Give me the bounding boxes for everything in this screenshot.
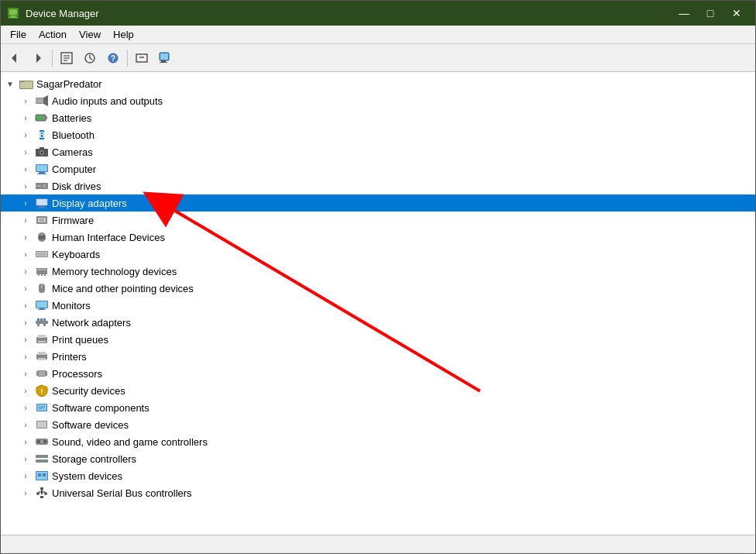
tree-item[interactable]: ›Firmware [1,212,755,229]
toolbar-sep-2 [127,50,128,67]
tree-item[interactable]: ›Batteries [1,109,755,126]
tree-item[interactable]: ›Universal Serial Bus controllers [1,484,755,501]
item-icon [35,366,49,380]
svg-marker-4 [12,53,16,63]
tree-item[interactable]: ›Monitors [1,297,755,314]
item-icon [35,230,49,244]
back-button[interactable] [4,47,26,69]
tree-item[interactable]: ›Human Interface Devices [1,229,755,246]
svg-line-12 [90,58,92,60]
expand-icon[interactable]: › [19,401,32,414]
expand-icon[interactable]: › [19,180,32,192]
expand-icon[interactable]: › [19,129,32,141]
tree-item[interactable]: ›Sound, video and game controllers [1,433,755,450]
item-icon [35,281,49,295]
tree-item[interactable]: ›BBluetooth [1,126,755,143]
expand-icon[interactable]: › [19,316,32,329]
expand-icon[interactable]: › [19,452,32,465]
menu-help[interactable]: Help [107,27,140,42]
tree-item[interactable]: ›Disk drives [1,177,755,194]
tree-item[interactable]: ›Audio inputs and outputs [1,92,755,109]
item-label: Memory technology devices [52,266,177,277]
expand-icon[interactable]: › [19,146,32,158]
scan-button[interactable] [154,47,176,69]
root-expand-icon[interactable]: ▼ [4,77,16,90]
svg-rect-3 [9,17,17,18]
item-icon [35,435,49,449]
tree-item[interactable]: ›Computer [1,160,755,177]
tree-item[interactable]: ›System devices [1,467,755,484]
tree-item[interactable]: ›Network adapters [1,314,755,331]
svg-rect-78 [38,341,46,342]
tree-item[interactable]: ›Memory technology devices [1,263,755,280]
expand-icon[interactable]: › [19,333,32,346]
expand-icon[interactable]: › [19,265,32,277]
tree-root[interactable]: ▼ SagarPredator [1,75,755,92]
tree-item[interactable]: ›Software components [1,399,755,416]
expand-icon[interactable]: › [19,95,32,107]
svg-rect-108 [43,473,46,477]
item-label: Sound, video and game controllers [52,436,208,448]
root-icon [19,77,33,91]
item-label: Bluetooth [52,129,94,141]
svg-rect-75 [43,324,46,326]
item-icon [35,469,49,483]
svg-rect-26 [36,98,43,103]
expand-icon[interactable]: › [19,470,32,482]
menu-view[interactable]: View [73,27,107,42]
expand-icon[interactable]: › [19,214,32,226]
tree-items-container: ›Audio inputs and outputs›Batteries›BBlu… [1,92,755,501]
expand-icon[interactable]: › [19,418,32,431]
expand-icon[interactable]: › [19,163,32,175]
tree-item[interactable]: ›Printers [1,348,755,365]
tree-item[interactable]: ›Storage controllers [1,450,755,467]
item-icon [35,332,49,346]
expand-icon[interactable]: › [19,487,32,499]
tree-item[interactable]: ›Software devices [1,416,755,433]
svg-rect-68 [40,308,44,309]
update-button[interactable] [79,47,101,69]
svg-rect-45 [39,206,45,208]
expand-icon[interactable]: › [19,282,32,294]
menu-action[interactable]: Action [33,27,73,42]
tree-item[interactable]: ›Mice and other pointing devices [1,280,755,297]
expand-icon[interactable]: › [19,350,32,363]
toolbar-sep-1 [52,50,53,67]
item-icon [35,349,49,363]
svg-rect-100 [40,441,43,442]
item-label: Printers [52,351,87,363]
menu-file[interactable]: File [4,27,33,42]
expand-icon[interactable]: › [19,384,32,397]
svg-rect-80 [38,352,46,355]
expand-icon[interactable]: › [19,248,32,260]
expand-icon[interactable]: › [19,112,32,124]
tree-item[interactable]: ›Keyboards [1,246,755,263]
tree-item[interactable]: ›Print queues [1,331,755,348]
expand-icon[interactable]: › [19,299,32,311]
forward-icon [32,52,44,64]
svg-marker-5 [36,53,41,63]
tree-item[interactable]: ›Cameras [1,143,755,160]
tree-item[interactable]: ›Display adapters [1,194,755,212]
item-label: Disk drives [52,181,101,192]
minimize-button[interactable]: — [672,2,696,24]
expand-icon[interactable]: › [19,197,32,209]
svg-text:!: ! [41,387,43,395]
item-label: Storage controllers [52,453,136,465]
svg-rect-39 [37,174,46,174]
tree-item[interactable]: ›!Security devices [1,382,755,399]
content-area[interactable]: ▼ SagarPredator ›Audio inputs and output… [1,72,755,535]
help-icon: ? [106,51,120,65]
expand-icon[interactable]: › [19,367,32,380]
expand-icon[interactable]: › [19,231,32,243]
svg-marker-25 [43,95,48,106]
svg-point-112 [36,492,40,495]
help-button[interactable]: ? [102,47,124,69]
properties-button[interactable] [56,47,77,69]
forward-button[interactable] [27,47,49,69]
close-button[interactable]: ✕ [724,2,749,24]
maximize-button[interactable]: □ [698,2,723,24]
tree-item[interactable]: ›Processors [1,365,755,382]
uninstall-button[interactable] [131,47,153,69]
expand-icon[interactable]: › [19,435,32,448]
